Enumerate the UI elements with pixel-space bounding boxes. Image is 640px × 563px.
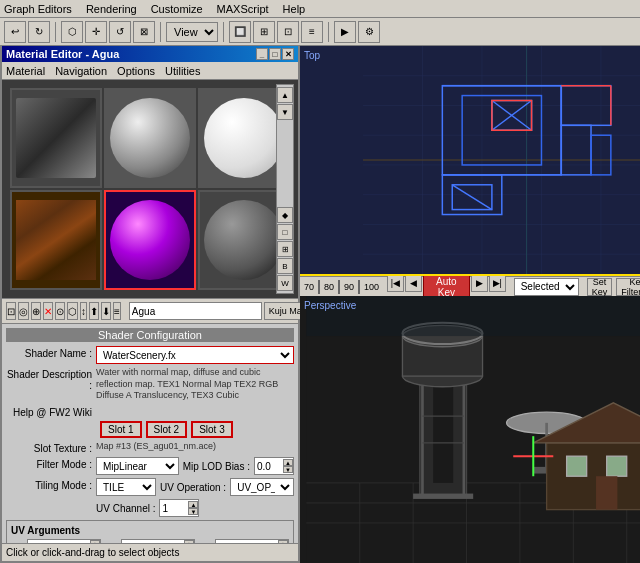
- uv-group-title: UV Arguments: [11, 525, 289, 536]
- side-btn-3[interactable]: ◆: [277, 207, 293, 223]
- prev-key-btn[interactable]: |◀: [387, 274, 404, 292]
- next-frame-btn[interactable]: ▶|: [489, 274, 506, 292]
- maximize-btn[interactable]: □: [269, 48, 281, 60]
- mat-btn-3[interactable]: ⊕: [31, 302, 41, 320]
- mat-btn-6[interactable]: ⬡: [67, 302, 78, 320]
- toolbar-sep4: [328, 22, 329, 42]
- frame-100: 100: [364, 282, 379, 292]
- perspective-label: Perspective: [304, 300, 356, 311]
- side-btn-5[interactable]: ⊞: [277, 241, 293, 257]
- shader-name-dropdown[interactable]: WaterScenery.fx: [96, 346, 294, 364]
- shader-name-row: Shader Name : WaterScenery.fx: [6, 346, 294, 364]
- mat-btn-5[interactable]: ⊙: [55, 302, 65, 320]
- minimize-btn[interactable]: _: [256, 48, 268, 60]
- material-editor-panel: Material Editor - Agua _ □ ✕ Material Na…: [0, 46, 300, 563]
- shader-config: Shader Configuration Shader Name : Water…: [2, 324, 298, 543]
- key-filters-btn[interactable]: Key Filters...: [616, 278, 640, 296]
- side-btn-4[interactable]: □: [277, 224, 293, 240]
- side-btn-1[interactable]: ▲: [277, 87, 293, 103]
- uv-channel-label: [6, 499, 96, 501]
- menu-help[interactable]: Help: [283, 3, 306, 15]
- uv-ch-up[interactable]: ▲: [188, 501, 198, 508]
- mat-toolbar: ⊡ ◎ ⊕ ✕ ⊙ ⬡ ↕ ⬆ ⬇ ≡ Kuju Material: [2, 298, 298, 324]
- swatch-4[interactable]: [10, 190, 102, 290]
- svg-rect-24: [561, 125, 591, 175]
- selected-dropdown[interactable]: Selected: [514, 278, 579, 296]
- render-btn[interactable]: ▶: [334, 21, 356, 43]
- menu-customize[interactable]: Customize: [151, 3, 203, 15]
- mat-btn-7[interactable]: ↕: [80, 302, 87, 320]
- side-btn-2[interactable]: ▼: [277, 104, 293, 120]
- svg-rect-58: [567, 456, 587, 476]
- swatch-2[interactable]: [104, 88, 196, 188]
- render-setup-btn[interactable]: ⚙: [358, 21, 380, 43]
- swatch-5-selected[interactable]: [104, 190, 196, 290]
- material-name-input[interactable]: [129, 302, 262, 320]
- shader-name-label: Shader Name :: [6, 346, 96, 359]
- select-btn[interactable]: ⬡: [61, 21, 83, 43]
- frame-80: 80: [324, 282, 334, 292]
- slot1-btn[interactable]: Slot 1: [100, 421, 142, 438]
- mip-lod-down[interactable]: ▼: [283, 466, 293, 473]
- set-key-btn[interactable]: Set Key: [587, 278, 613, 296]
- side-btn-7[interactable]: W: [277, 275, 293, 291]
- top-viewport[interactable]: Top: [300, 46, 640, 276]
- mat-menu-options[interactable]: Options: [117, 65, 155, 77]
- perspective-viewport[interactable]: Perspective: [300, 296, 640, 563]
- main-layout: Material Editor - Agua _ □ ✕ Material Na…: [0, 46, 640, 563]
- slot2-btn[interactable]: Slot 2: [146, 421, 188, 438]
- slot-texture-row: Slot Texture : Map #13 (ES_agu01_nm.ace): [6, 441, 294, 454]
- timeline-segment-3: [358, 280, 360, 294]
- uv-channel-control: UV Channel : 1 ▲ ▼: [96, 499, 294, 517]
- slot-buttons-row: Slot 1 Slot 2 Slot 3: [100, 421, 294, 438]
- filter-mode-dropdown[interactable]: MipLinear: [96, 457, 179, 475]
- timeline-segment-2: [338, 280, 340, 294]
- swatch-1[interactable]: [10, 88, 102, 188]
- mip-lod-label: Mip LOD Bias :: [183, 461, 250, 472]
- view-dropdown[interactable]: View: [166, 22, 218, 42]
- side-btn-6[interactable]: B: [277, 258, 293, 274]
- menu-maxscript[interactable]: MAXScript: [217, 3, 269, 15]
- mat-menu-material[interactable]: Material: [6, 65, 45, 77]
- svg-line-27: [452, 185, 492, 210]
- mat-btn-2[interactable]: ◎: [18, 302, 29, 320]
- uv-ch-down[interactable]: ▼: [188, 508, 198, 515]
- uv-arguments-group: UV Arguments 1: 32.0 ▲▼ 2: 0.75 ▲▼: [6, 520, 294, 543]
- mip-lod-up[interactable]: ▲: [283, 459, 293, 466]
- mat-btn-8[interactable]: ⬆: [89, 302, 99, 320]
- mirror-btn[interactable]: ⊡: [277, 21, 299, 43]
- move-btn[interactable]: ✛: [85, 21, 107, 43]
- uv-op-dropdown[interactable]: UV_OP_COPY: [230, 478, 294, 496]
- mip-lod-value: 0.0: [255, 461, 283, 472]
- menu-graph-editors[interactable]: Graph Editors: [4, 3, 72, 15]
- mat-btn-4[interactable]: ✕: [43, 302, 53, 320]
- play-btn[interactable]: ▶: [471, 274, 488, 292]
- prev-frame-btn[interactable]: ◀: [405, 274, 422, 292]
- status-text: Click or click-and-drag to select object…: [6, 547, 179, 558]
- mat-btn-1[interactable]: ⊡: [6, 302, 16, 320]
- titlebar-buttons: _ □ ✕: [256, 48, 294, 60]
- mat-status-bar: Click or click-and-drag to select object…: [2, 543, 298, 561]
- mat-editor-title: Material Editor - Agua: [6, 48, 119, 60]
- undo-btn[interactable]: ↩: [4, 21, 26, 43]
- mat-btn-9[interactable]: ⬇: [101, 302, 111, 320]
- redo-btn[interactable]: ↻: [28, 21, 50, 43]
- uv-op-label: UV Operation :: [160, 482, 226, 493]
- close-btn[interactable]: ✕: [282, 48, 294, 60]
- scale-btn[interactable]: ⊠: [133, 21, 155, 43]
- slot-texture-value: Map #13 (ES_agu01_nm.ace): [96, 441, 294, 453]
- tiling-dropdown[interactable]: TILE: [96, 478, 156, 496]
- rotate-btn[interactable]: ↺: [109, 21, 131, 43]
- filter-mode-control: MipLinear Mip LOD Bias : 0.0 ▲ ▼: [96, 457, 294, 475]
- snap-btn[interactable]: 🔲: [229, 21, 251, 43]
- tiling-control: TILE UV Operation : UV_OP_COPY: [96, 478, 294, 496]
- shader-desc-label: Shader Description :: [6, 367, 96, 391]
- mat-btn-10[interactable]: ≡: [113, 302, 121, 320]
- mat-menu-utilities[interactable]: Utilities: [165, 65, 200, 77]
- snap2-btn[interactable]: ⊞: [253, 21, 275, 43]
- menu-rendering[interactable]: Rendering: [86, 3, 137, 15]
- align-btn[interactable]: ≡: [301, 21, 323, 43]
- svg-rect-64: [306, 296, 640, 336]
- mat-menu-navigation[interactable]: Navigation: [55, 65, 107, 77]
- slot3-btn[interactable]: Slot 3: [191, 421, 233, 438]
